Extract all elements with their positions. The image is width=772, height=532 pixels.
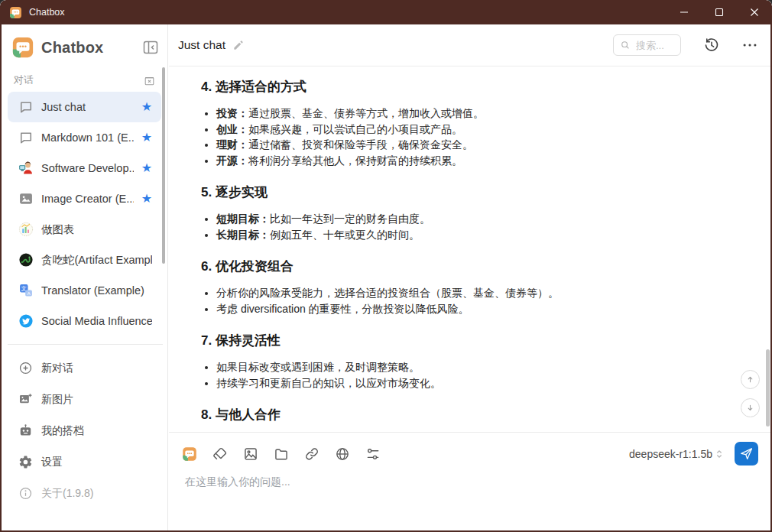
conversation-item[interactable]: Software Develop... ★ bbox=[8, 153, 161, 183]
conversation-item[interactable]: 做图表 bbox=[8, 214, 161, 245]
markdown-section: 5. 逐步实现 短期目标：比如一年达到一定的财务自由度。长期目标：例如五年、十年… bbox=[201, 183, 718, 242]
conversation-item[interactable]: Social Media Influence... bbox=[8, 306, 161, 336]
sidebar-item-gear[interactable]: 设置 bbox=[8, 446, 161, 478]
eraser-icon[interactable] bbox=[212, 446, 228, 462]
conversation-list: Just chat ★ Markdown 101 (E... ★ Softwar… bbox=[2, 92, 167, 336]
send-plane-icon bbox=[739, 446, 754, 461]
conversation-item[interactable]: 贪吃蛇(Artifact Example) bbox=[8, 245, 161, 275]
robot-icon bbox=[18, 423, 33, 438]
sliders-icon[interactable] bbox=[365, 446, 381, 462]
maximize-icon bbox=[715, 8, 724, 17]
clear-conversations-icon[interactable] bbox=[143, 74, 156, 87]
close-button[interactable] bbox=[737, 0, 772, 24]
sidebar-scrollbar[interactable] bbox=[162, 67, 165, 264]
bullet-item: 如果目标改变或遇到困难，及时调整策略。 bbox=[216, 359, 718, 375]
composer: deepseek-r1:1.5b bbox=[169, 432, 770, 530]
chatbox-logo-icon bbox=[11, 36, 34, 59]
chat-header: Just chat bbox=[169, 24, 770, 66]
bullet-list: 如果目标改变或遇到困难，及时调整策略。持续学习和更新自己的知识，以应对市场变化。 bbox=[201, 359, 718, 391]
markdown-section: 7. 保持灵活性 如果目标改变或遇到困难，及时调整策略。持续学习和更新自己的知识… bbox=[201, 332, 718, 391]
sidebar-item-plus-circle[interactable]: 新对话 bbox=[8, 352, 161, 384]
chatbox-logo-icon[interactable] bbox=[182, 446, 197, 462]
star-icon[interactable]: ★ bbox=[141, 162, 152, 174]
section-heading: 5. 逐步实现 bbox=[201, 183, 718, 202]
search-icon bbox=[620, 40, 631, 50]
sidebar-item-image-plus[interactable]: 新图片 bbox=[8, 384, 161, 415]
scroll-to-bottom-button[interactable] bbox=[741, 398, 760, 417]
brand-title: Chatbox bbox=[41, 39, 103, 57]
gear-icon bbox=[18, 455, 33, 469]
minimize-button[interactable] bbox=[667, 0, 702, 24]
markdown-section: 8. 与他人合作 bbox=[201, 406, 718, 424]
conversation-label: Image Creator (E... bbox=[41, 193, 134, 205]
image-outline-icon[interactable] bbox=[243, 446, 258, 462]
app-window: Chatbox Chatbox 对话 Just chat ★ Markdown … bbox=[0, 0, 772, 532]
window-controls bbox=[667, 0, 772, 24]
scroll-to-top-button[interactable] bbox=[741, 370, 760, 389]
history-icon[interactable] bbox=[703, 37, 720, 54]
conversation-item[interactable]: Just chat ★ bbox=[8, 92, 161, 122]
close-icon bbox=[750, 8, 759, 17]
sidebar-item-info-circle[interactable]: 关于(1.9.8) bbox=[8, 478, 161, 509]
message-input[interactable] bbox=[183, 474, 741, 527]
conversation-item[interactable]: 文A Translator (Example) bbox=[8, 275, 161, 306]
window-title: Chatbox bbox=[29, 7, 65, 18]
header-actions bbox=[613, 34, 758, 56]
plus-circle-icon bbox=[18, 361, 33, 375]
maximize-button[interactable] bbox=[702, 0, 737, 24]
sidebar-item-label: 关于(1.9.8) bbox=[41, 487, 93, 501]
bullet-item: 短期目标：比如一年达到一定的财务自由度。 bbox=[216, 211, 718, 227]
sidebar-divider bbox=[8, 344, 163, 345]
conversations-label: 对话 bbox=[14, 73, 34, 87]
snake-game-icon bbox=[18, 252, 34, 268]
bullet-item: 投资：通过股票、基金、债券等方式，增加收入或增值。 bbox=[216, 105, 718, 122]
sidebar-item-label: 我的搭档 bbox=[41, 424, 84, 438]
chat-bubble-icon bbox=[18, 99, 34, 115]
globe-icon[interactable] bbox=[335, 446, 350, 462]
search-input[interactable] bbox=[634, 39, 676, 52]
info-circle-icon bbox=[18, 486, 33, 501]
conversation-item[interactable]: Markdown 101 (E... ★ bbox=[8, 122, 161, 153]
model-selector[interactable]: deepseek-r1:1.5b bbox=[629, 448, 725, 460]
conversation-item[interactable]: Image Creator (E... ★ bbox=[8, 183, 161, 214]
conversation-label: 做图表 bbox=[41, 222, 75, 237]
bullet-item: 理财：通过储蓄、投资和保险等手段，确保资金安全。 bbox=[216, 137, 718, 153]
section-heading: 4. 选择适合的方式 bbox=[201, 78, 718, 96]
folder-icon[interactable] bbox=[274, 446, 289, 462]
chat-bubble-icon bbox=[18, 130, 34, 145]
section-heading: 6. 优化投资组合 bbox=[201, 258, 718, 276]
markdown-section: 6. 优化投资组合 分析你的风险承受能力，选择合适的投资组合（股票、基金、债券等… bbox=[201, 258, 718, 316]
app-body: Chatbox 对话 Just chat ★ Markdown 101 (E..… bbox=[0, 24, 772, 532]
sidebar-footer-menu: 新对话 新图片 我的搭档 设置 关于(1.9.8) bbox=[2, 352, 167, 509]
collapse-sidebar-button[interactable] bbox=[141, 38, 160, 57]
app-logo-icon bbox=[9, 6, 22, 19]
bullet-item: 长期目标：例如五年、十年或更久的时间。 bbox=[216, 227, 718, 243]
star-icon[interactable]: ★ bbox=[141, 131, 152, 144]
composer-toolbar: deepseek-r1:1.5b bbox=[169, 433, 770, 466]
main-scrollbar[interactable] bbox=[766, 349, 770, 427]
sidebar-item-robot[interactable]: 我的搭档 bbox=[8, 415, 161, 446]
message-content: 4. 选择适合的方式 投资：通过股票、基金、债券等方式，增加收入或增值。创业：如… bbox=[169, 67, 764, 432]
bullet-list: 投资：通过股票、基金、债券等方式，增加收入或增值。创业：如果感兴趣，可以尝试自己… bbox=[201, 105, 718, 168]
chat-title: Just chat bbox=[178, 38, 225, 52]
star-icon[interactable]: ★ bbox=[141, 101, 152, 113]
bullet-item: 持续学习和更新自己的知识，以应对市场变化。 bbox=[216, 375, 718, 391]
image-plus-icon bbox=[18, 392, 33, 407]
model-name: deepseek-r1:1.5b bbox=[629, 448, 712, 460]
composer-tool-icons bbox=[182, 446, 381, 462]
sidebar-brand-row: Chatbox bbox=[11, 34, 160, 60]
bullet-list: 分析你的风险承受能力，选择合适的投资组合（股票、基金、债券等）。考虑 diver… bbox=[201, 285, 718, 316]
sidebar-item-label: 设置 bbox=[41, 456, 63, 469]
star-icon[interactable]: ★ bbox=[141, 193, 152, 205]
pencil-icon[interactable] bbox=[232, 39, 245, 51]
send-button[interactable] bbox=[735, 442, 758, 466]
conversation-label: Just chat bbox=[41, 101, 86, 113]
chevron-updown-icon bbox=[714, 449, 725, 459]
translator-icon: 文A bbox=[18, 283, 34, 298]
sidebar-item-label: 新图片 bbox=[41, 393, 73, 407]
search-box[interactable] bbox=[613, 34, 681, 56]
ellipsis-icon[interactable] bbox=[741, 37, 758, 54]
link-icon[interactable] bbox=[304, 446, 320, 462]
arrow-up-circle-icon bbox=[744, 374, 756, 385]
twitter-bird-icon bbox=[18, 313, 34, 329]
